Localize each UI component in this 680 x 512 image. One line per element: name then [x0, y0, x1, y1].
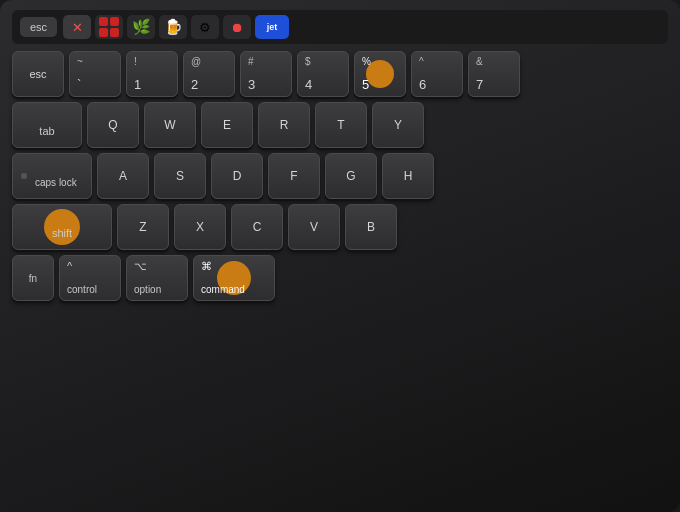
key-g[interactable]: G: [325, 153, 377, 199]
touchbar-app-4[interactable]: ⚙: [191, 15, 219, 39]
touchbar-app-2[interactable]: 🌿: [127, 15, 155, 39]
touchbar-app-close[interactable]: ✕: [63, 15, 91, 39]
touchbar-app-5[interactable]: ⏺: [223, 15, 251, 39]
key-shift-left[interactable]: shift: [12, 204, 112, 250]
key-1[interactable]: ! 1: [126, 51, 178, 97]
key-b[interactable]: B: [345, 204, 397, 250]
keyboard: esc ✕ 🌿 🍺 ⚙ ⏺ jet esc ~ ` !: [0, 0, 680, 512]
number-row: esc ~ ` ! 1 @ 2 # 3: [12, 51, 668, 97]
key-x[interactable]: X: [174, 204, 226, 250]
key-tilde[interactable]: ~ `: [69, 51, 121, 97]
key-w[interactable]: W: [144, 102, 196, 148]
key-y[interactable]: Y: [372, 102, 424, 148]
svg-rect-3: [110, 28, 119, 37]
key-3[interactable]: # 3: [240, 51, 292, 97]
key-f[interactable]: F: [268, 153, 320, 199]
svg-rect-0: [99, 17, 108, 26]
touchbar-app-1[interactable]: [95, 15, 123, 39]
asdf-row: caps lock A S D F G H: [12, 153, 668, 199]
key-c[interactable]: C: [231, 204, 283, 250]
key-control[interactable]: ^ control: [59, 255, 121, 301]
key-r[interactable]: R: [258, 102, 310, 148]
key-t[interactable]: T: [315, 102, 367, 148]
zxcv-row: shift Z X C V B: [12, 204, 668, 250]
key-s[interactable]: S: [154, 153, 206, 199]
key-capslock[interactable]: caps lock: [12, 153, 92, 199]
touch-bar: esc ✕ 🌿 🍺 ⚙ ⏺ jet: [12, 10, 668, 44]
key-fn[interactable]: fn: [12, 255, 54, 301]
key-d[interactable]: D: [211, 153, 263, 199]
touchbar-app-3[interactable]: 🍺: [159, 15, 187, 39]
key-v[interactable]: V: [288, 204, 340, 250]
svg-rect-2: [99, 28, 108, 37]
key-6[interactable]: ^ 6: [411, 51, 463, 97]
key-a[interactable]: A: [97, 153, 149, 199]
key-5[interactable]: % 5: [354, 51, 406, 97]
key-e[interactable]: E: [201, 102, 253, 148]
key-4[interactable]: $ 4: [297, 51, 349, 97]
key-command[interactable]: ⌘ command: [193, 255, 275, 301]
key-esc[interactable]: esc: [12, 51, 64, 97]
key-z[interactable]: Z: [117, 204, 169, 250]
key-option[interactable]: ⌥ option: [126, 255, 188, 301]
touchbar-app-6[interactable]: jet: [255, 15, 289, 39]
bottom-row: fn ^ control ⌥ option ⌘ command: [12, 255, 668, 301]
capslock-indicator: [21, 173, 27, 179]
key-2[interactable]: @ 2: [183, 51, 235, 97]
touchbar-esc[interactable]: esc: [20, 17, 57, 37]
key-h[interactable]: H: [382, 153, 434, 199]
qwerty-row: tab Q W E R T Y: [12, 102, 668, 148]
touchbar-apps: ✕ 🌿 🍺 ⚙ ⏺ jet: [63, 15, 660, 39]
key-7[interactable]: & 7: [468, 51, 520, 97]
svg-rect-1: [110, 17, 119, 26]
key-tab[interactable]: tab: [12, 102, 82, 148]
key-q[interactable]: Q: [87, 102, 139, 148]
